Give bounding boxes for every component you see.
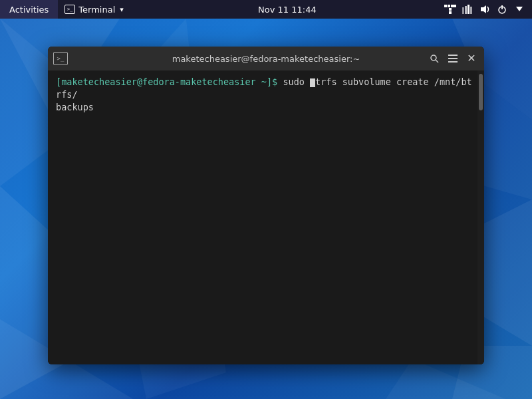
svg-rect-19 bbox=[462, 7, 464, 14]
svg-rect-13 bbox=[444, 5, 447, 7]
svg-line-28 bbox=[436, 60, 438, 63]
scrollbar-thumb bbox=[479, 74, 483, 110]
terminal-menu-button[interactable]: >_ Terminal ▾ bbox=[58, 0, 130, 19]
terminal-command-cont: backups bbox=[56, 102, 94, 112]
activities-button[interactable]: Activities bbox=[0, 0, 58, 19]
terminal-command-line: [maketecheasier@fedora-maketecheasier ~]… bbox=[56, 76, 476, 101]
terminal-window-title: maketecheasier@fedora-maketecheasier:~ bbox=[48, 54, 484, 64]
svg-rect-17 bbox=[449, 8, 452, 11]
datetime-display: Nov 11 11:44 bbox=[130, 5, 444, 15]
system-tray bbox=[444, 0, 532, 19]
svg-point-27 bbox=[431, 55, 436, 61]
terminal-search-button[interactable] bbox=[427, 51, 442, 66]
svg-rect-29 bbox=[448, 55, 458, 56]
terminal-close-button[interactable]: ✕ bbox=[464, 51, 479, 66]
svg-rect-22 bbox=[470, 7, 472, 14]
terminal-scrollbar[interactable] bbox=[477, 70, 484, 364]
svg-rect-31 bbox=[448, 61, 458, 63]
network-status-icon[interactable] bbox=[462, 3, 473, 15]
terminal-window-icon: >_ bbox=[53, 52, 68, 65]
datetime-text: Nov 11 11:44 bbox=[258, 5, 317, 15]
terminal-window-controls: ✕ bbox=[427, 51, 479, 66]
terminal-menu-label: Terminal bbox=[78, 5, 115, 15]
top-bar: Activities >_ Terminal ▾ Nov 11 11:44 bbox=[0, 0, 532, 19]
svg-marker-26 bbox=[516, 7, 523, 11]
terminal-prompt: [maketecheasier@fedora-maketecheasier ~]… bbox=[56, 76, 277, 87]
desktop: >_ maketecheasier@fedora-maketecheasier:… bbox=[0, 19, 532, 399]
svg-rect-30 bbox=[448, 58, 458, 59]
system-menu-chevron[interactable] bbox=[513, 3, 525, 15]
svg-rect-18 bbox=[449, 11, 452, 14]
close-icon: ✕ bbox=[467, 53, 475, 64]
terminal-body[interactable]: [maketecheasier@fedora-maketecheasier ~]… bbox=[48, 70, 484, 364]
terminal-menu-button-win[interactable] bbox=[446, 51, 460, 66]
power-icon[interactable] bbox=[496, 3, 508, 15]
svg-rect-15 bbox=[451, 5, 454, 7]
terminal-window: >_ maketecheasier@fedora-maketecheasier:… bbox=[48, 47, 484, 364]
network-icon[interactable] bbox=[444, 3, 456, 15]
svg-rect-16 bbox=[454, 5, 456, 7]
terminal-menu-chevron: ▾ bbox=[120, 5, 124, 14]
svg-marker-23 bbox=[481, 5, 486, 13]
terminal-app-icon: >_ bbox=[65, 5, 75, 14]
terminal-titlebar: >_ maketecheasier@fedora-maketecheasier:… bbox=[48, 47, 484, 70]
svg-rect-14 bbox=[448, 5, 450, 7]
svg-rect-21 bbox=[467, 5, 469, 14]
svg-rect-20 bbox=[465, 6, 467, 14]
terminal-command-line2: backups bbox=[56, 101, 476, 114]
volume-icon[interactable] bbox=[479, 3, 491, 15]
activities-label: Activities bbox=[9, 5, 49, 15]
